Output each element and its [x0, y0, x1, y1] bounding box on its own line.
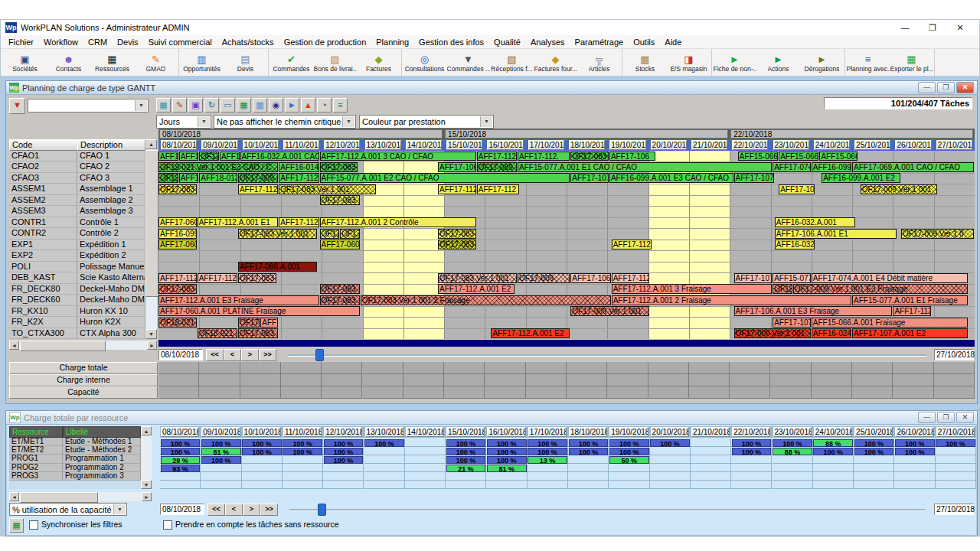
menu-item-devis[interactable]: Devis: [113, 37, 143, 47]
gantt-task-bar[interactable]: OF17-083 Ver 1 001: [238, 229, 317, 239]
nav-last-button[interactable]: >>: [259, 349, 276, 361]
gantt-task-bar[interactable]: OF17-089: [477, 162, 517, 172]
include-tasks-checkbox[interactable]: [163, 520, 172, 530]
sync-filters-checkbox[interactable]: [29, 520, 38, 530]
gantt-task-bar[interactable]: OF17-083 Ver 1 001 2 Fraisage: [361, 295, 611, 305]
gantt-task-bar[interactable]: OF17-083: [438, 229, 476, 239]
gantt-start-date[interactable]: 08/10/2018: [158, 349, 203, 360]
gantt-task-bar[interactable]: AFF1: [260, 318, 278, 328]
gantt-task-bar[interactable]: AFF15-066.A.001 Fraisage: [812, 318, 968, 328]
gantt-task-bar[interactable]: AFF15-066: [738, 152, 778, 161]
gantt-task-bar[interactable]: AFF17-112.A.001 3 Fraisage: [612, 284, 773, 294]
gantt-task-bar[interactable]: AFF17-086.A.001: [238, 262, 317, 272]
gantt-task-bar[interactable]: AFF17-106: [570, 273, 610, 283]
load-restore-icon[interactable]: ❐: [937, 412, 955, 423]
gantt-task-bar[interactable]: AFF17-074: [773, 162, 811, 172]
critical-path-dropdown[interactable]: Ne pas afficher le chemin critique▼: [214, 115, 356, 129]
gantt-task-bar[interactable]: AFF17-112: [612, 240, 652, 249]
toolbar-button-opportunit-s[interactable]: ▥Opportunités: [180, 49, 224, 77]
gantt-task-bar[interactable]: AFF17-107: [773, 318, 811, 328]
scroll-up-icon[interactable]: ▲: [145, 139, 157, 149]
gantt-task-bar[interactable]: AFF17-060.A.001 PLATINE Fraisage: [158, 306, 360, 316]
scroll-left-icon[interactable]: ◄: [9, 492, 19, 501]
resource-row-assem2[interactable]: ASSEM2Assemblage 2: [9, 195, 145, 206]
gantt-minimize-icon[interactable]: —: [918, 82, 936, 93]
scroll-down-icon[interactable]: ▼: [145, 329, 157, 339]
menu-item-gestion-des-infos[interactable]: Gestion des infos: [414, 37, 488, 47]
gantt-task-bar[interactable]: AFF15-066: [779, 152, 818, 161]
vertical-scrollbar[interactable]: ▲ ▼: [145, 139, 157, 339]
gantt-task-bar[interactable]: OF17-083 Ver 1 001: [438, 273, 517, 283]
scrollbar-thumb[interactable]: [20, 492, 98, 503]
column-header-libelle[interactable]: Libellé: [63, 426, 141, 438]
resource-row-cfao2[interactable]: CFAO2CFAO 2: [9, 161, 145, 172]
filter-icon[interactable]: ▼: [9, 98, 25, 114]
menu-item-gestion-de-production[interactable]: Gestion de production: [279, 37, 371, 47]
gantt-task-bar[interactable]: OF17-083: [238, 273, 276, 283]
gantt-task-bar[interactable]: AFF17-060: [320, 240, 360, 249]
capacite-button[interactable]: Capacité: [9, 386, 158, 399]
gantt-tool-time-scale-icon[interactable]: ◔: [317, 98, 332, 112]
gantt-task-bar[interactable]: AFF17-060: [158, 217, 197, 227]
gantt-task-bar[interactable]: AFF17-107: [734, 273, 773, 283]
gantt-task-bar[interactable]: AFF1: [158, 152, 178, 161]
menu-item-param-trage[interactable]: Paramétrage: [570, 37, 629, 47]
charge-totale-button[interactable]: Charge totale: [9, 362, 158, 374]
toolbar-button-e-s-magasin[interactable]: ◨E/S magasin: [667, 49, 710, 77]
toolbar-button-commandes[interactable]: ▼Commandes ...: [446, 49, 490, 77]
gantt-tool-export-image-icon[interactable]: ▦: [156, 98, 171, 112]
load-resource-row-et-met2[interactable]: ET/MET2Etude - Méthodes 2: [9, 446, 141, 455]
resource-row-poli[interactable]: POLIPolissage Manuel: [9, 262, 145, 272]
gantt-tool-refresh-icon[interactable]: ↻: [204, 98, 219, 112]
toolbar-button-articles[interactable]: ╦Articles: [577, 49, 621, 77]
gantt-tool-table-view-icon[interactable]: ▥: [253, 98, 267, 112]
scale-dropdown[interactable]: Jours▼: [156, 115, 211, 129]
table-horizontal-scrollbar[interactable]: ◄ ►: [9, 341, 157, 350]
resource-row-exp2[interactable]: EXP2Expédition 2: [9, 250, 145, 261]
menu-item-crm[interactable]: CRM: [83, 37, 112, 47]
scroll-up-icon[interactable]: ▲: [141, 426, 152, 435]
gantt-task-bar[interactable]: AFF16-099: [158, 229, 197, 239]
gantt-task-bar[interactable]: AFF17-112.A.001 3 CAO / CFAO: [320, 152, 476, 161]
gantt-task-bar[interactable]: AFF15-077.A.001 E1 CAO / CFAO: [518, 162, 772, 172]
load-resource-row-prog1[interactable]: PROG1Programmation 1: [9, 455, 141, 463]
resource-row-fr-deck60[interactable]: FR_DECK60Deckel-Maho DMU 6: [9, 295, 145, 305]
scrollbar-thumb[interactable]: [20, 341, 106, 351]
gantt-task-bar[interactable]: AFF17-107.A.001 E2: [852, 328, 968, 338]
timeline-slider[interactable]: [288, 354, 926, 357]
table-horizontal-scrollbar[interactable]: ◄ ►: [9, 492, 152, 501]
export-grid-icon[interactable]: ▦: [9, 518, 24, 533]
gantt-task-bar[interactable]: AFF17-112: [438, 184, 476, 194]
nav-next-button[interactable]: >: [241, 349, 259, 361]
gantt-task-bar[interactable]: AFF16-024: [812, 328, 851, 338]
gantt-task-bar[interactable]: OF17-009 Ver 1 0: [901, 229, 974, 239]
resource-row-to-ctxa300[interactable]: TO_CTXA300CTX Alpha 300: [9, 328, 145, 339]
resource-row-assem1[interactable]: ASSEM1Assemblage 1: [9, 184, 145, 194]
menu-item-aide[interactable]: Aide: [660, 37, 686, 47]
gantt-task-bar[interactable]: AFF15-077.A.001 E2 CAO / CFAO: [320, 173, 570, 183]
load-resource-row-prog2[interactable]: PROG2Programmation 2: [9, 464, 141, 472]
gantt-task-bar[interactable]: AFF17-112.A.001 E2: [438, 284, 514, 294]
timeline-slider[interactable]: [289, 509, 925, 511]
gantt-task-bar[interactable]: OF17-083: [320, 162, 358, 172]
gantt-task-bar[interactable]: AFF16-099.A.001 E3 CAO / CFAO: [609, 173, 733, 183]
color-mode-dropdown[interactable]: Couleur par prestation▼: [359, 115, 494, 129]
gantt-task-bar[interactable]: OF17-083: [570, 152, 609, 161]
gantt-task-bar[interactable]: AFF17-112: [198, 273, 237, 283]
charge-interne-button[interactable]: Charge interne: [9, 374, 158, 386]
menu-item-fichier[interactable]: Fichier: [4, 37, 38, 47]
toolbar-button-bons-de-livrai[interactable]: ▧Bons de livrai...: [313, 49, 357, 77]
gantt-task-bar[interactable]: OF18: [773, 284, 792, 294]
maximize-icon[interactable]: ❐: [924, 23, 941, 33]
resource-row-deb-kast[interactable]: DEB_KASTScie Kasto Alternativ: [9, 272, 145, 283]
menu-item-suivi-commercial[interactable]: Suivi commercial: [144, 37, 217, 47]
gantt-task-bar[interactable]: AFF17-112.A.001 E2: [491, 328, 570, 338]
gantt-task-bar[interactable]: AFF17-106.A.001 E1: [775, 229, 897, 239]
gantt-tool-info-icon[interactable]: ◉: [269, 98, 283, 112]
gantt-task-bar[interactable]: OF17-009 Ver 1 001 E3 Fraisage: [793, 284, 968, 294]
gantt-task-bar[interactable]: AFF17-074.A.001 E4 Débit matière: [812, 273, 968, 283]
gantt-task-bar[interactable]: AFF16-032: [775, 240, 815, 249]
menu-item-qualit[interactable]: Qualité: [489, 37, 525, 47]
gantt-task-bar[interactable]: OF19-021 Ver 1 001 E3 CAO / C: [158, 162, 278, 172]
gantt-task-bar[interactable]: AFF17-112.A.001 2 Fraisage: [612, 295, 851, 305]
